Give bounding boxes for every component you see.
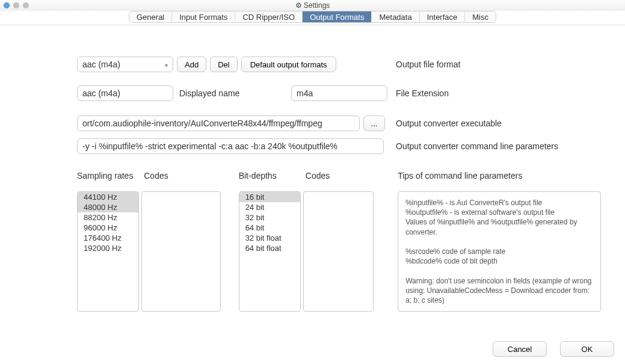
file-extension-field[interactable] bbox=[291, 85, 387, 101]
ok-button[interactable]: OK bbox=[560, 341, 614, 357]
titlebar: ⚙ Settings bbox=[0, 0, 625, 11]
list-item[interactable]: 88200 Hz bbox=[78, 212, 138, 223]
tab-interface[interactable]: Interface bbox=[420, 11, 466, 22]
browse-executable-button[interactable]: ... bbox=[363, 116, 385, 131]
sampling-codes-list[interactable] bbox=[141, 191, 220, 312]
gear-icon: ⚙ bbox=[295, 1, 302, 10]
command-line-label: Output converter command line parameters bbox=[396, 141, 558, 151]
list-item[interactable]: 176400 Hz bbox=[78, 233, 138, 243]
bitdepth-codes-list[interactable] bbox=[303, 191, 374, 312]
tab-metadata[interactable]: Metadata bbox=[372, 11, 419, 22]
displayed-name-label: Displayed name bbox=[179, 88, 239, 98]
format-combo[interactable]: aac (m4a) bbox=[77, 57, 173, 72]
bit-depths-list[interactable]: 16 bit 24 bit 32 bit 64 bit 32 bit float… bbox=[239, 191, 301, 312]
executable-path-field[interactable] bbox=[77, 116, 360, 131]
command-line-field[interactable] bbox=[77, 138, 384, 154]
tips-label: Tips of command line parameters bbox=[398, 171, 522, 180]
tab-output-formats[interactable]: Output Formats bbox=[303, 11, 372, 22]
tab-general[interactable]: General bbox=[129, 11, 172, 22]
del-button[interactable]: Del bbox=[210, 57, 238, 72]
output-file-format-label: Output file format bbox=[396, 60, 460, 69]
bit-depths-label: Bit-depths bbox=[239, 171, 301, 180]
list-item[interactable]: 16 bit bbox=[239, 192, 300, 202]
list-item[interactable]: 24 bit bbox=[239, 202, 300, 212]
sampling-rates-list[interactable]: 44100 Hz 48000 Hz 88200 Hz 96000 Hz 1764… bbox=[77, 191, 139, 312]
displayed-name-field[interactable] bbox=[77, 85, 173, 101]
cancel-button[interactable]: Cancel bbox=[493, 341, 547, 357]
list-item[interactable]: 44100 Hz bbox=[78, 192, 138, 202]
executable-label: Output converter executable bbox=[396, 119, 502, 128]
tab-input-formats[interactable]: Input Formats bbox=[172, 11, 235, 22]
tab-cd-ripper[interactable]: CD Ripper/ISO bbox=[235, 11, 303, 22]
default-formats-button[interactable]: Default output formats bbox=[241, 57, 336, 72]
list-item[interactable]: 64 bit bbox=[239, 223, 300, 233]
window-title: ⚙ Settings bbox=[0, 1, 625, 10]
tab-bar: General Input Formats CD Ripper/ISO Outp… bbox=[0, 11, 625, 25]
tab-misc[interactable]: Misc bbox=[465, 11, 496, 22]
list-item[interactable]: 32 bit bbox=[239, 212, 300, 223]
sampling-codes-label: Codes bbox=[144, 171, 220, 180]
tab-strip: General Input Formats CD Ripper/ISO Outp… bbox=[129, 11, 496, 23]
list-item[interactable]: 64 bit float bbox=[239, 243, 300, 253]
file-extension-label: File Extension bbox=[396, 88, 449, 98]
add-button[interactable]: Add bbox=[177, 57, 206, 72]
chevron-down-icon bbox=[161, 60, 168, 69]
list-item[interactable]: 192000 Hz bbox=[78, 243, 138, 253]
list-item[interactable]: 96000 Hz bbox=[78, 223, 138, 233]
bitdepth-codes-label: Codes bbox=[306, 171, 374, 180]
tips-text: %inputfile% - is AuI ConverteR's output … bbox=[398, 191, 601, 312]
sampling-rates-label: Sampling rates bbox=[77, 171, 139, 180]
list-item[interactable]: 48000 Hz bbox=[78, 202, 138, 212]
dialog-footer: Cancel OK bbox=[489, 341, 614, 357]
list-item[interactable]: 32 bit float bbox=[239, 233, 300, 243]
